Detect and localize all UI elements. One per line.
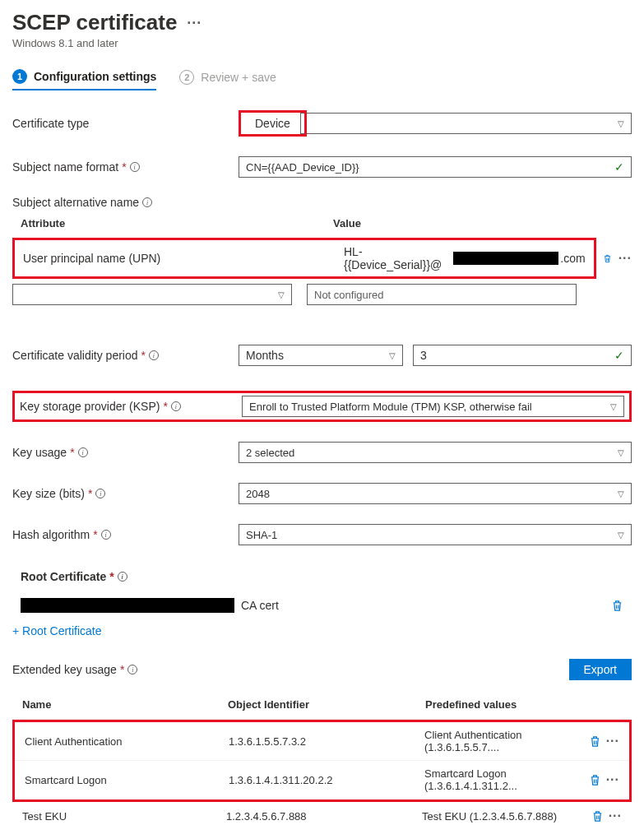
row-hash-algorithm: Hash algorithm * i SHA-1▽	[12, 524, 632, 545]
eku-oid: 1.3.6.1.5.5.7.3.2	[229, 735, 424, 748]
highlight-box: Device	[239, 110, 307, 137]
eku-predefined: Test EKU (1.2.3.4.5.6.7.888)	[422, 810, 591, 823]
select-certificate-type[interactable]: ▽	[300, 113, 632, 134]
row-certificate-type: Certificate type Device ▽	[12, 110, 632, 137]
col-predefined: Predefined values	[425, 698, 622, 711]
info-icon[interactable]: i	[101, 530, 111, 540]
select-ksp[interactable]: Enroll to Trusted Platform Module (TPM) …	[242, 396, 624, 417]
page-subtitle: Windows 8.1 and later	[12, 37, 632, 49]
col-oid: Object Identifier	[228, 698, 425, 711]
tab-label: Review + save	[201, 71, 276, 84]
eku-row: Smartcard Logon 1.3.6.1.4.1.311.20.2.2 S…	[15, 761, 629, 800]
info-icon[interactable]: i	[149, 350, 159, 360]
eku-oid: 1.3.6.1.4.1.311.20.2.2	[229, 774, 424, 786]
header-more-icon[interactable]: ···	[187, 15, 202, 32]
delete-icon[interactable]	[589, 774, 601, 786]
required-marker: *	[122, 160, 126, 174]
highlight-box: User principal name (UPN) HL-{{Device_Se…	[12, 238, 596, 279]
page-title: SCEP certificate	[12, 10, 177, 35]
eku-row: Client Authentication 1.3.6.1.5.5.7.3.2 …	[15, 722, 629, 761]
info-icon[interactable]: i	[127, 665, 137, 674]
eku-predefined: Smartcard Logon (1.3.6.1.4.1.311.2...	[424, 767, 589, 792]
more-icon[interactable]: ···	[606, 734, 619, 749]
info-icon[interactable]: i	[95, 489, 105, 498]
col-attribute: Attribute	[21, 217, 333, 229]
section-root-certificate: Root Certificate * i CA cert + Root Cert…	[12, 570, 632, 637]
select-key-usage[interactable]: 2 selected▽	[239, 442, 632, 463]
chevron-down-icon: ▽	[618, 489, 624, 498]
col-value: Value	[333, 217, 623, 229]
row-subject-name-format: Subject name format * i CN={{AAD_Device_…	[12, 156, 632, 178]
row-ksp: Key storage provider (KSP) * i Enroll to…	[12, 391, 632, 422]
highlight-box: Client Authentication 1.3.6.1.5.5.7.3.2 …	[12, 720, 632, 802]
tab-label: Configuration settings	[34, 70, 156, 83]
san-value: HL-{{Device_Serial}}@.com	[344, 245, 586, 271]
required-marker: *	[163, 400, 167, 413]
input-validity-value[interactable]: 3✓	[413, 345, 632, 366]
label-ksp: Key storage provider (KSP) * i	[20, 400, 242, 413]
root-cert-suffix: CA cert	[241, 599, 279, 612]
export-button[interactable]: Export	[569, 659, 632, 680]
eku-table-header: Name Object Identifier Predefined values	[12, 698, 632, 720]
info-icon[interactable]: i	[130, 162, 140, 172]
delete-icon[interactable]	[611, 600, 623, 612]
section-eku-header: Extended key usage * i Export	[12, 659, 632, 680]
delete-icon[interactable]	[591, 810, 604, 823]
label-eku: Extended key usage * i	[12, 663, 137, 676]
delete-icon[interactable]	[589, 735, 601, 748]
tab-step-number: 1	[12, 69, 27, 84]
redacted-text	[453, 252, 559, 265]
page-header: SCEP certificate ··· Windows 8.1 and lat…	[12, 10, 632, 49]
select-key-size[interactable]: 2048▽	[239, 483, 632, 504]
link-add-root-certificate[interactable]: + Root Certificate	[12, 624, 632, 637]
chevron-down-icon: ▽	[618, 119, 624, 128]
label-key-size: Key size (bits) * i	[12, 487, 239, 500]
info-icon[interactable]: i	[171, 401, 181, 411]
info-icon[interactable]: i	[118, 572, 127, 582]
redacted-text	[21, 598, 234, 613]
delete-icon[interactable]	[603, 253, 612, 265]
eku-table: Name Object Identifier Predefined values…	[12, 698, 632, 825]
san-attribute: User principal name (UPN)	[23, 252, 344, 265]
row-validity-period: Certificate validity period * i Months▽ …	[12, 345, 632, 366]
check-icon: ✓	[614, 160, 624, 174]
label-subject-name-format: Subject name format * i	[12, 160, 239, 174]
more-icon[interactable]: ···	[609, 809, 622, 823]
eku-oid: 1.2.3.4.5.6.7.888	[226, 810, 422, 823]
selected-value: Device	[243, 115, 302, 132]
select-validity-unit[interactable]: Months▽	[239, 345, 403, 366]
chevron-down-icon: ▽	[618, 531, 624, 540]
input-subject-name-format[interactable]: CN={{AAD_Device_ID}} ✓	[239, 156, 632, 178]
required-marker: *	[70, 446, 74, 459]
more-icon[interactable]: ···	[619, 251, 632, 266]
required-marker: *	[93, 528, 97, 541]
san-add-row: ▽ Not configured	[12, 284, 632, 305]
info-icon[interactable]: i	[142, 197, 152, 207]
label-validity: Certificate validity period * i	[12, 349, 239, 362]
tab-step-number: 2	[179, 70, 194, 85]
eku-row: Test EKU 1.2.3.4.5.6.7.888 Test EKU (1.2…	[12, 802, 632, 825]
info-icon[interactable]: i	[78, 447, 88, 457]
col-name: Name	[22, 698, 228, 711]
tab-configuration-settings[interactable]: 1 Configuration settings	[12, 69, 156, 90]
chevron-down-icon: ▽	[610, 402, 617, 411]
san-row: User principal name (UPN) HL-{{Device_Se…	[12, 238, 632, 279]
label-hash: Hash algorithm * i	[12, 528, 239, 541]
label-root-certificate: Root Certificate * i	[12, 570, 632, 583]
more-icon[interactable]: ···	[606, 772, 619, 787]
select-san-attribute[interactable]: ▽	[12, 284, 292, 305]
san-table-header: Attribute Value	[12, 217, 632, 229]
check-icon: ✓	[614, 349, 624, 362]
required-marker: *	[109, 570, 114, 583]
required-marker: *	[88, 487, 92, 500]
chevron-down-icon: ▽	[389, 351, 396, 360]
eku-predefined: Client Authentication (1.3.6.1.5.5.7....	[424, 729, 589, 753]
tab-review-save[interactable]: 2 Review + save	[179, 69, 276, 90]
wizard-tabs: 1 Configuration settings 2 Review + save	[12, 69, 632, 90]
eku-name: Smartcard Logon	[25, 774, 229, 786]
select-hash[interactable]: SHA-1▽	[239, 524, 632, 545]
label-san: Subject alternative name i	[12, 196, 632, 209]
eku-name: Client Authentication	[25, 735, 229, 748]
input-san-value[interactable]: Not configured	[307, 284, 577, 305]
chevron-down-icon: ▽	[278, 290, 285, 299]
